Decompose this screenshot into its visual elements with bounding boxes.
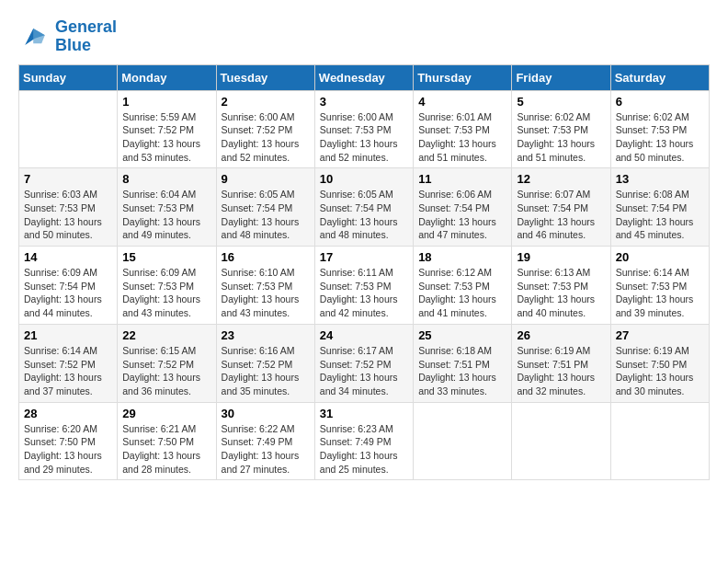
day-info: Sunrise: 6:23 AM Sunset: 7:49 PM Dayligh…: [320, 422, 408, 477]
day-number: 26: [517, 328, 605, 342]
day-info: Sunrise: 5:59 AM Sunset: 7:52 PM Dayligh…: [122, 110, 210, 165]
day-number: 12: [517, 172, 605, 186]
day-number: 23: [222, 328, 310, 342]
day-info: Sunrise: 6:09 AM Sunset: 7:54 PM Dayligh…: [24, 266, 112, 320]
calendar-cell: 25Sunrise: 6:18 AM Sunset: 7:51 PM Dayli…: [414, 324, 512, 402]
day-number: 31: [320, 407, 408, 420]
day-number: 14: [24, 250, 112, 264]
calendar-cell: 20Sunrise: 6:14 AM Sunset: 7:53 PM Dayli…: [610, 247, 709, 325]
day-info: Sunrise: 6:12 AM Sunset: 7:53 PM Dayligh…: [418, 266, 506, 320]
logo-icon: [18, 20, 51, 53]
calendar-cell: 23Sunrise: 6:16 AM Sunset: 7:52 PM Dayli…: [216, 324, 314, 402]
day-info: Sunrise: 6:19 AM Sunset: 7:51 PM Dayligh…: [517, 344, 605, 398]
calendar-week-row: 1Sunrise: 5:59 AM Sunset: 7:52 PM Daylig…: [19, 90, 710, 168]
day-info: Sunrise: 6:09 AM Sunset: 7:53 PM Dayligh…: [122, 266, 210, 320]
day-info: Sunrise: 6:14 AM Sunset: 7:53 PM Dayligh…: [616, 266, 704, 320]
calendar-week-row: 21Sunrise: 6:14 AM Sunset: 7:52 PM Dayli…: [19, 324, 710, 402]
calendar-cell: 22Sunrise: 6:15 AM Sunset: 7:52 PM Dayli…: [118, 324, 216, 402]
day-info: Sunrise: 6:03 AM Sunset: 7:53 PM Dayligh…: [24, 188, 112, 242]
day-info: Sunrise: 6:14 AM Sunset: 7:52 PM Dayligh…: [24, 344, 112, 398]
day-number: 18: [418, 250, 506, 264]
header-sunday: Sunday: [19, 64, 118, 90]
day-info: Sunrise: 6:05 AM Sunset: 7:54 PM Dayligh…: [222, 188, 310, 242]
svg-marker-1: [33, 29, 45, 43]
header-friday: Friday: [512, 64, 610, 90]
calendar-cell: 14Sunrise: 6:09 AM Sunset: 7:54 PM Dayli…: [19, 247, 118, 325]
header-saturday: Saturday: [610, 64, 709, 90]
header-monday: Monday: [118, 64, 216, 90]
day-number: 16: [222, 250, 310, 264]
calendar-cell: 27Sunrise: 6:19 AM Sunset: 7:50 PM Dayli…: [610, 324, 709, 402]
day-number: 5: [517, 95, 605, 109]
day-info: Sunrise: 6:15 AM Sunset: 7:52 PM Dayligh…: [122, 344, 210, 398]
day-info: Sunrise: 6:02 AM Sunset: 7:53 PM Dayligh…: [616, 110, 704, 165]
day-info: Sunrise: 6:07 AM Sunset: 7:54 PM Dayligh…: [517, 188, 605, 242]
logo-text: General Blue: [55, 18, 117, 55]
day-number: 2: [222, 95, 310, 109]
header-thursday: Thursday: [414, 64, 512, 90]
day-info: Sunrise: 6:16 AM Sunset: 7:52 PM Dayligh…: [222, 344, 310, 398]
day-number: 11: [418, 172, 506, 186]
logo: General Blue: [18, 18, 117, 55]
calendar-cell: 28Sunrise: 6:20 AM Sunset: 7:50 PM Dayli…: [19, 402, 118, 480]
day-info: Sunrise: 6:13 AM Sunset: 7:53 PM Dayligh…: [517, 266, 605, 320]
calendar-cell: 24Sunrise: 6:17 AM Sunset: 7:52 PM Dayli…: [314, 324, 413, 402]
calendar-cell: 5Sunrise: 6:02 AM Sunset: 7:53 PM Daylig…: [512, 90, 610, 168]
calendar-week-row: 28Sunrise: 6:20 AM Sunset: 7:50 PM Dayli…: [19, 402, 710, 480]
day-number: 30: [222, 407, 310, 420]
calendar-cell: 21Sunrise: 6:14 AM Sunset: 7:52 PM Dayli…: [19, 324, 118, 402]
day-number: 10: [320, 172, 408, 186]
day-info: Sunrise: 6:01 AM Sunset: 7:53 PM Dayligh…: [418, 110, 506, 165]
calendar-cell: [610, 402, 709, 480]
calendar-cell: 3Sunrise: 6:00 AM Sunset: 7:53 PM Daylig…: [314, 90, 413, 168]
day-number: 21: [24, 328, 112, 342]
calendar-cell: 2Sunrise: 6:00 AM Sunset: 7:52 PM Daylig…: [216, 90, 314, 168]
day-number: 9: [222, 172, 310, 186]
day-info: Sunrise: 6:00 AM Sunset: 7:53 PM Dayligh…: [320, 110, 408, 165]
calendar-cell: 17Sunrise: 6:11 AM Sunset: 7:53 PM Dayli…: [314, 247, 413, 325]
day-number: 19: [517, 250, 605, 264]
day-number: 3: [320, 95, 408, 109]
day-number: 13: [616, 172, 704, 186]
header-wednesday: Wednesday: [314, 64, 413, 90]
day-info: Sunrise: 6:20 AM Sunset: 7:50 PM Dayligh…: [24, 422, 112, 477]
calendar-cell: 6Sunrise: 6:02 AM Sunset: 7:53 PM Daylig…: [610, 90, 709, 168]
day-number: 7: [24, 172, 112, 186]
day-info: Sunrise: 6:05 AM Sunset: 7:54 PM Dayligh…: [320, 188, 408, 242]
calendar-week-row: 7Sunrise: 6:03 AM Sunset: 7:53 PM Daylig…: [19, 168, 710, 247]
calendar-cell: 11Sunrise: 6:06 AM Sunset: 7:54 PM Dayli…: [414, 168, 512, 247]
day-number: 8: [122, 172, 210, 186]
calendar-cell: 18Sunrise: 6:12 AM Sunset: 7:53 PM Dayli…: [414, 247, 512, 325]
calendar-cell: 10Sunrise: 6:05 AM Sunset: 7:54 PM Dayli…: [314, 168, 413, 247]
day-number: 1: [122, 95, 210, 109]
header: General Blue: [18, 18, 710, 55]
day-info: Sunrise: 6:10 AM Sunset: 7:53 PM Dayligh…: [222, 266, 310, 320]
day-number: 27: [616, 328, 704, 342]
calendar-cell: 26Sunrise: 6:19 AM Sunset: 7:51 PM Dayli…: [512, 324, 610, 402]
day-info: Sunrise: 6:17 AM Sunset: 7:52 PM Dayligh…: [320, 344, 408, 398]
calendar-cell: 9Sunrise: 6:05 AM Sunset: 7:54 PM Daylig…: [216, 168, 314, 247]
day-info: Sunrise: 6:00 AM Sunset: 7:52 PM Dayligh…: [222, 110, 310, 165]
calendar-cell: 30Sunrise: 6:22 AM Sunset: 7:49 PM Dayli…: [216, 402, 314, 480]
header-tuesday: Tuesday: [216, 64, 314, 90]
calendar-cell: 12Sunrise: 6:07 AM Sunset: 7:54 PM Dayli…: [512, 168, 610, 247]
calendar-cell: 4Sunrise: 6:01 AM Sunset: 7:53 PM Daylig…: [414, 90, 512, 168]
calendar-header-row: SundayMondayTuesdayWednesdayThursdayFrid…: [19, 64, 710, 90]
calendar-cell: 7Sunrise: 6:03 AM Sunset: 7:53 PM Daylig…: [19, 168, 118, 247]
day-info: Sunrise: 6:19 AM Sunset: 7:50 PM Dayligh…: [616, 344, 704, 398]
day-info: Sunrise: 6:22 AM Sunset: 7:49 PM Dayligh…: [222, 422, 310, 477]
calendar-cell: 16Sunrise: 6:10 AM Sunset: 7:53 PM Dayli…: [216, 247, 314, 325]
day-info: Sunrise: 6:04 AM Sunset: 7:53 PM Dayligh…: [122, 188, 210, 242]
calendar-table: SundayMondayTuesdayWednesdayThursdayFrid…: [18, 64, 710, 481]
day-number: 25: [418, 328, 506, 342]
day-number: 6: [616, 95, 704, 109]
day-info: Sunrise: 6:21 AM Sunset: 7:50 PM Dayligh…: [122, 422, 210, 477]
calendar-cell: 29Sunrise: 6:21 AM Sunset: 7:50 PM Dayli…: [118, 402, 216, 480]
calendar-week-row: 14Sunrise: 6:09 AM Sunset: 7:54 PM Dayli…: [19, 247, 710, 325]
calendar-cell: 1Sunrise: 5:59 AM Sunset: 7:52 PM Daylig…: [118, 90, 216, 168]
day-number: 22: [122, 328, 210, 342]
calendar-cell: 31Sunrise: 6:23 AM Sunset: 7:49 PM Dayli…: [314, 402, 413, 480]
calendar-cell: [414, 402, 512, 480]
day-number: 20: [616, 250, 704, 264]
day-number: 24: [320, 328, 408, 342]
